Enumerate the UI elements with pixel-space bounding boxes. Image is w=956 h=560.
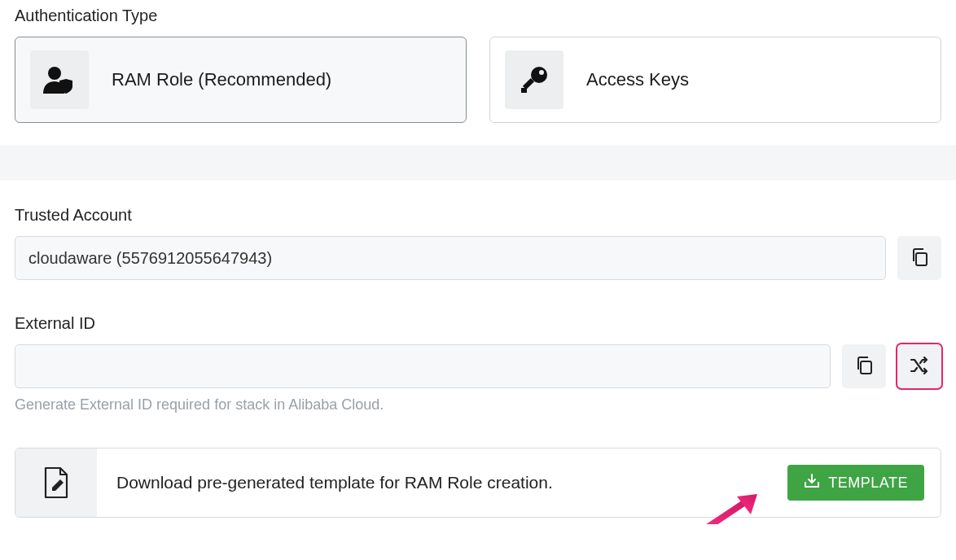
svg-rect-3 bbox=[523, 78, 534, 90]
file-edit-icon bbox=[15, 448, 97, 517]
svg-point-2 bbox=[539, 70, 544, 75]
svg-point-1 bbox=[531, 67, 547, 83]
copy-trusted-account-button[interactable] bbox=[897, 236, 941, 280]
auth-option-access-keys[interactable]: Access Keys bbox=[489, 37, 941, 123]
copy-external-id-button[interactable] bbox=[842, 344, 886, 388]
copy-icon bbox=[855, 356, 873, 378]
svg-point-0 bbox=[48, 67, 61, 80]
svg-rect-6 bbox=[861, 361, 871, 374]
section-divider bbox=[0, 146, 956, 180]
shuffle-icon bbox=[910, 357, 929, 377]
external-id-label: External ID bbox=[15, 314, 941, 333]
download-template-button-label: TEMPLATE bbox=[828, 475, 908, 492]
external-id-helper-text: Generate External ID required for stack … bbox=[15, 396, 941, 413]
template-description: Download pre-generated template for RAM … bbox=[97, 473, 787, 492]
auth-option-access-keys-label: Access Keys bbox=[586, 69, 689, 90]
template-download-card: Download pre-generated template for RAM … bbox=[15, 448, 941, 518]
copy-icon bbox=[910, 247, 928, 269]
trusted-account-label: Trusted Account bbox=[15, 206, 941, 225]
auth-option-ram-role-label: RAM Role (Recommended) bbox=[112, 69, 331, 90]
user-shield-icon bbox=[30, 50, 89, 109]
auth-option-ram-role[interactable]: RAM Role (Recommended) bbox=[15, 37, 467, 123]
download-icon bbox=[804, 474, 820, 492]
trusted-account-input[interactable] bbox=[15, 236, 886, 280]
download-template-button[interactable]: TEMPLATE bbox=[787, 465, 924, 501]
svg-rect-5 bbox=[916, 253, 927, 265]
external-id-input[interactable] bbox=[15, 344, 831, 388]
key-icon bbox=[505, 50, 564, 109]
authentication-type-heading: Authentication Type bbox=[15, 7, 941, 25]
generate-external-id-button[interactable] bbox=[897, 344, 941, 388]
svg-rect-4 bbox=[521, 88, 527, 93]
